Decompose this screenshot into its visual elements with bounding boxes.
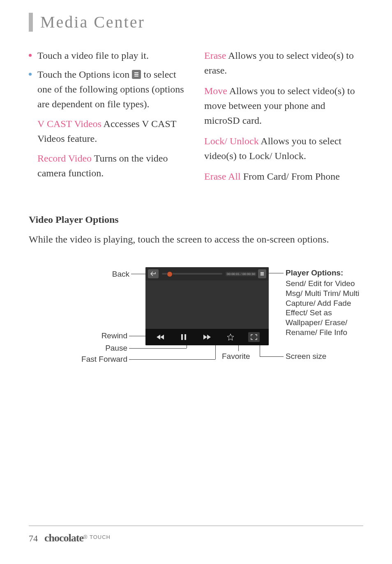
video-player-screenshot: 00:00:01 / 00:00:30 (145, 267, 269, 345)
player-topbar: 00:00:01 / 00:00:30 (145, 267, 269, 280)
svg-rect-0 (181, 334, 183, 340)
expand-icon (251, 334, 257, 340)
option-label: V CAST Videos (37, 118, 101, 129)
annotation-line (266, 273, 284, 273)
pause-button[interactable] (178, 332, 189, 342)
list-item-text: Touch the Options icon to select one of … (37, 67, 188, 111)
fast-forward-button[interactable] (201, 332, 213, 342)
fast-forward-icon (203, 335, 211, 340)
annotation-pause: Pause (95, 343, 127, 353)
video-area[interactable] (145, 280, 269, 329)
bullet-icon (29, 73, 32, 76)
back-arrow-icon (150, 271, 156, 276)
star-icon (227, 334, 234, 340)
option-label: Erase All (204, 171, 241, 182)
right-column: Erase Allows you to select video(s) to e… (204, 48, 363, 190)
option-label: Move (204, 86, 227, 96)
footer-rule (29, 525, 363, 526)
page-footer: 74 chocolate® TOUCH (29, 525, 363, 544)
back-button[interactable] (148, 269, 159, 278)
pause-icon (181, 334, 186, 340)
section-body: While the video is playing, touch the sc… (29, 232, 363, 247)
annotation-back: Back (105, 269, 129, 279)
option-description: Lock/ Unlock Allows you to select video(… (204, 134, 363, 163)
option-description: V CAST Videos Accesses V CAST Videos fea… (37, 116, 188, 146)
options-icon (261, 273, 264, 274)
page-number: 74 (29, 533, 38, 544)
title-accent-bar (29, 13, 33, 32)
favorite-button[interactable] (225, 332, 236, 342)
option-description: Erase Allows you to select video(s) to e… (204, 48, 363, 78)
annotation-screen-size: Screen size (286, 351, 326, 361)
title-row: Media Center (29, 12, 363, 32)
brand-sub: ® TOUCH (83, 534, 111, 540)
option-label: Record Video (37, 153, 92, 164)
option-label: Lock/ Unlock (204, 136, 259, 146)
screen-size-button[interactable] (248, 332, 260, 342)
player-controls (145, 329, 269, 345)
list-item-text: Touch a video file to play it. (37, 48, 188, 63)
text-fragment: Touch the Options icon (37, 69, 132, 80)
brand-sub-text: TOUCH (90, 534, 111, 540)
annotation-player-options-head: Player Options: (286, 268, 343, 278)
scrubber[interactable] (162, 273, 222, 275)
two-column-layout: Touch a video file to play it. Touch the… (29, 48, 363, 190)
brand-name: chocolate (44, 532, 83, 544)
rewind-button[interactable] (154, 332, 166, 342)
svg-rect-1 (184, 334, 186, 340)
option-description: Erase All From Card/ From Phone (204, 169, 363, 184)
annotation-line (129, 359, 215, 360)
annotation-fastforward: Fast Forward (70, 354, 127, 364)
option-label: Erase (204, 50, 226, 61)
player-options-button[interactable] (258, 269, 266, 278)
annotation-line (260, 356, 284, 357)
timecode: 00:00:01 / 00:00:30 (226, 272, 256, 276)
brand-block: chocolate® TOUCH (44, 532, 111, 544)
bullet-icon (29, 54, 32, 57)
list-item: Touch a video file to play it. (29, 48, 188, 63)
rewind-icon (157, 335, 164, 340)
scrubber-knob[interactable] (167, 271, 173, 277)
annotation-line (129, 348, 187, 349)
option-text: From Card/ From Phone (241, 171, 340, 182)
page-title: Media Center (40, 12, 145, 32)
video-player-diagram: Back Rewind Pause Fast Forward Favorite … (29, 267, 363, 382)
annotation-favorite: Favorite (222, 351, 250, 361)
option-description: Record Video Turns on the video camera f… (37, 151, 188, 180)
list-item: Touch the Options icon to select one of … (29, 67, 188, 111)
footer-content: 74 chocolate® TOUCH (29, 532, 363, 544)
option-description: Move Allows you to select video(s) to mo… (204, 83, 363, 128)
option-text: Allows you to select video(s) to erase. (204, 50, 354, 76)
annotation-player-options-body: Send/ Edit for Video Msg/ Multi Trim/ Mu… (286, 279, 366, 337)
section-heading: Video Player Options (29, 214, 363, 225)
left-column: Touch a video file to play it. Touch the… (29, 48, 188, 190)
annotation-rewind: Rewind (95, 331, 127, 341)
options-icon (132, 70, 141, 79)
